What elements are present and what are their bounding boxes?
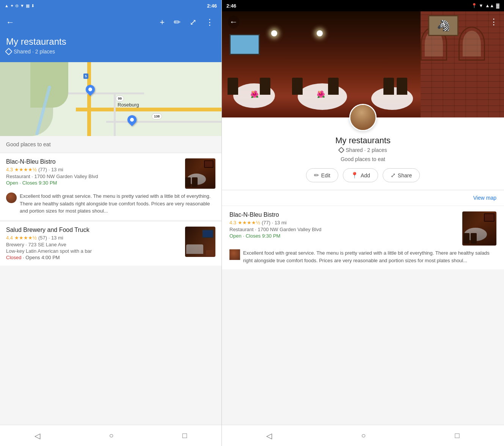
left-time: 2:46	[207, 3, 217, 9]
bistro-thumbnail	[185, 158, 215, 189]
flowers-1: 🌺	[250, 90, 259, 99]
right-bistro-stars: ★★★★½	[238, 220, 260, 225]
avatar-image	[350, 105, 375, 130]
share-button[interactable]: ⤢	[188, 16, 198, 29]
bistro-rating: 4.3	[6, 167, 13, 172]
right-back-nav[interactable]: ◁	[266, 431, 272, 440]
right-recents-nav[interactable]: □	[455, 431, 459, 440]
bistro-review: Excellent food with great service. The m…	[20, 192, 215, 215]
place-card-bistro[interactable]: Blac-N-Bleu Bistro 4.3 ★★★★½ (77) · 13 m…	[0, 153, 221, 220]
right-bistro-status: Open · Closes 9:30 PM	[229, 233, 458, 239]
salud-stars: ★★★★½	[14, 235, 37, 241]
bluetooth-icon: ✦	[10, 3, 14, 8]
left-toolbar: ← + ✏ ⤢ ⋮	[0, 11, 221, 33]
place-card-salud[interactable]: Salud Brewery and Food Truck 4.4 ★★★★½ (…	[0, 221, 221, 266]
location-icon: 📍	[471, 3, 477, 8]
flowers-2: 🌺	[317, 90, 325, 99]
add-button-right[interactable]: 📍 Add	[343, 168, 378, 182]
bistro-reviewer-avatar	[6, 192, 17, 203]
left-header: My restaurants Shared · 2 places	[0, 33, 221, 62]
salud-review-count: (57) · 13 mi	[38, 235, 63, 241]
right-bistro-review: Excellent food with great service. The m…	[243, 249, 496, 264]
right-bistro-count: (77) · 13 mi	[262, 220, 287, 225]
profile-subtitle: Shared · 2 places	[339, 147, 387, 153]
map-pin-1[interactable]	[86, 85, 95, 96]
back-nav-icon[interactable]: ◁	[35, 431, 40, 440]
right-home-nav[interactable]: ○	[361, 431, 366, 440]
profile-section: My restaurants Shared · 2 places Good pl…	[222, 117, 504, 190]
add-pin-icon: 📍	[351, 172, 358, 179]
battery-icon: ▓	[496, 3, 499, 8]
highway-5-badge: 5	[83, 74, 88, 79]
left-panel: ▲ ✦ ⊖ ▼ ▦ ⬇ 2:46 ← + ✏ ⤢ ⋮ My restaurant…	[0, 0, 222, 446]
map-pin-2[interactable]	[127, 115, 137, 127]
chair-3	[292, 78, 303, 95]
chair-5	[397, 78, 407, 95]
edit-icon: ✏	[314, 172, 319, 179]
profile-avatar	[349, 104, 377, 131]
bistro-stars: ★★★★½	[14, 167, 37, 172]
right-bistro-rating: 4.3	[229, 220, 236, 225]
signal-icon: ▦	[26, 3, 30, 8]
bistro-type: Restaurant · 1700 NW Garden Valley Blvd	[6, 174, 181, 179]
download-icon: ⬇	[31, 3, 35, 8]
salud-name: Salud Brewery and Food Truck	[6, 227, 181, 233]
hero-toolbar: ← ⋮	[222, 11, 504, 33]
mute-icon: ⊖	[15, 3, 19, 8]
right-bistro-type: Restaurant · 1700 NW Garden Valley Blvd	[229, 227, 458, 232]
map-view[interactable]: 5 99 138 Roseburg	[0, 62, 221, 136]
left-nav-bar: ◁ ○ □	[0, 425, 221, 446]
right-bistro-thumbnail	[462, 211, 496, 246]
add-button[interactable]: +	[158, 16, 166, 29]
salud-status: Closed · Opens 4:00 PM	[6, 255, 181, 260]
salud-description: Low-key Latin American spot with a bar	[6, 248, 181, 254]
left-status-icons: ▲ ✦ ⊖ ▼ ▦ ⬇	[5, 3, 35, 8]
share-button-right[interactable]: ⤢ Share	[383, 168, 420, 182]
back-button[interactable]: ←	[6, 17, 14, 27]
bistro-name: Blac-N-Bleu Bistro	[6, 158, 181, 165]
navigation-icon: ▲	[5, 3, 9, 8]
edit-button[interactable]: ✏	[172, 16, 182, 29]
left-title: My restaurants	[6, 36, 215, 47]
hero-back-button[interactable]: ←	[228, 16, 239, 28]
right-bistro-name: Blac-N-Bleu Bistro	[229, 211, 458, 218]
profile-description: Good places to eat	[341, 156, 385, 162]
right-reviewer-avatar	[229, 249, 240, 260]
right-time: 2:46	[226, 3, 236, 9]
hero-more-button[interactable]: ⋮	[490, 17, 498, 27]
left-status-bar: ▲ ✦ ⊖ ▼ ▦ ⬇ 2:46	[0, 0, 221, 11]
bistro-status: Open · Closes 9:30 PM	[6, 180, 181, 186]
salud-rating: 4.4	[6, 235, 13, 241]
wifi-icon: ▼	[20, 3, 24, 8]
share-icon: ⤢	[391, 172, 396, 179]
recents-nav-icon[interactable]: □	[182, 431, 187, 440]
left-subtitle: Shared · 2 places	[6, 49, 215, 55]
salud-thumbnail	[185, 227, 215, 257]
edit-button-right[interactable]: ✏ Edit	[306, 168, 338, 182]
more-button[interactable]: ⋮	[204, 16, 215, 29]
chair-1	[228, 78, 238, 95]
salud-type: Brewery · 723 SE Lane Ave	[6, 242, 181, 247]
link-icon	[5, 48, 13, 55]
city-roseburg: Roseburg	[118, 102, 139, 108]
right-nav-bar: ◁ ○ □	[222, 425, 504, 446]
home-nav-icon[interactable]: ○	[109, 431, 113, 440]
chair-2	[260, 78, 270, 95]
left-description: Good places to eat	[0, 136, 221, 153]
link-icon-profile	[338, 147, 344, 153]
chair-4	[328, 78, 339, 95]
right-status-icons: 📍 ▼ ▲▲ ▓	[471, 3, 499, 8]
view-map-row: View map	[222, 190, 504, 205]
highway-138-badge: 138	[152, 113, 162, 119]
hero-restaurant-image: 🦓 🌺 🌺 ← ⋮	[222, 11, 504, 117]
wifi-icon-right: ▼	[479, 3, 484, 8]
view-map-link[interactable]: View map	[473, 195, 496, 201]
action-buttons: ✏ Edit 📍 Add ⤢ Share	[306, 168, 420, 182]
chair-6	[383, 78, 394, 95]
signal-icon-right: ▲▲	[485, 3, 494, 8]
right-status-bar: 2:46 📍 ▼ ▲▲ ▓	[222, 0, 504, 11]
right-panel: 2:46 📍 ▼ ▲▲ ▓ 🦓	[222, 0, 504, 446]
right-place-card-bistro[interactable]: Blac-N-Bleu Bistro 4.3 ★★★★½ (77) · 13 m…	[222, 206, 504, 269]
bistro-review-count: (77) · 13 mi	[38, 167, 63, 172]
highway-99-badge: 99	[116, 95, 124, 102]
